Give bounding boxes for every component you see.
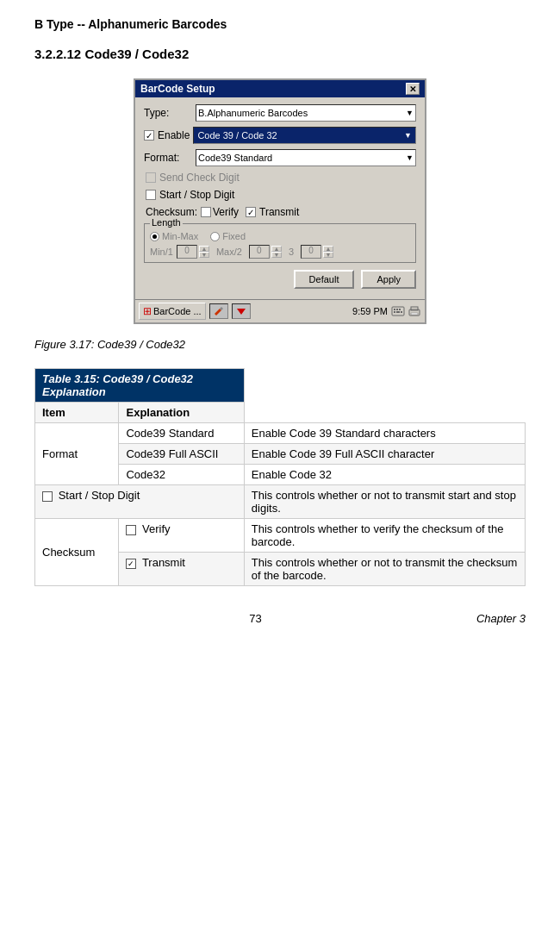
taskbar-keyboard-icon [391,305,405,317]
svg-rect-4 [399,309,401,310]
length-radio-row: Min-Max Fixed [150,231,410,241]
enable-dropdown-arrow: ▼ [404,131,412,140]
col1-header: Item [35,403,119,423]
taskbar-icons [391,305,421,317]
dialog-taskbar: ⊞ BarCode ... 9:59 PM [135,299,425,322]
send-check-digit-checkbox[interactable] [146,172,156,183]
transmit-checkbox[interactable]: ✓ [246,207,256,217]
verify-explanation-cell: This controls whether to verify the chec… [244,519,525,553]
start-stop-checkbox[interactable] [146,190,156,200]
format-sub3-cell: Code32 [119,465,244,485]
taskbar-time: 9:59 PM [352,306,388,316]
format-dropdown-arrow: ▼ [406,153,414,162]
type-dropdown-arrow: ▼ [406,109,414,117]
enable-label: Enable [158,129,190,141]
length-group: Length Min-Max Fixed Min/1 [144,223,416,263]
page-footer: 73 Chapter 3 [34,612,526,625]
table-title: Table 3.15: Code39 / Code32 Explanation [35,369,245,403]
type-row: Type: B.Alphanumeric Barcodes ▼ [144,104,416,122]
format-value: Code39 Standard [198,153,272,163]
start-stop-label: Start / Stop Digit [159,189,234,201]
default-button[interactable]: Default [294,270,355,289]
send-check-digit-label: Send Check Digit [159,172,240,184]
enable-value: Code 39 / Code 32 [197,130,277,141]
windows-icon: ⊞ [143,305,152,317]
taskbar-start-label: BarCode ... [153,306,202,316]
table-header-row: Table 3.15: Code39 / Code32 Explanation [35,369,526,403]
taskbar-start-button[interactable]: ⊞ BarCode ... [139,303,206,320]
format-sub1-cell: Code39 Standard [119,423,244,444]
type-select[interactable]: B.Alphanumeric Barcodes ▼ [196,104,416,122]
type-value: B.Alphanumeric Barcodes [198,108,308,118]
min-spinner-arrows: ▲ ▼ [199,246,209,258]
fixed-radio-item[interactable]: Fixed [210,231,246,241]
section-title: 3.2.2.12 Code39 / Code32 [34,47,526,61]
transmit-checkmark: ✓ [247,208,254,217]
taskbar-arrow-icon [232,303,251,319]
min-down-arrow[interactable]: ▼ [199,252,209,258]
field3-spinner[interactable]: 0 ▲ ▼ [301,245,333,259]
table-subheader-row: Item Explanation [35,403,526,423]
format-sub1: Code39 Standard [126,427,214,440]
explanation-table: Table 3.15: Code39 / Code32 Explanation … [34,368,526,586]
dialog-buttons: Default Apply [144,270,416,289]
min-up-arrow[interactable]: ▲ [199,246,209,252]
taskbar-pen-icon [209,303,228,319]
format-sub2-cell: Code39 Full ASCII [119,444,244,465]
field3-separator: 3 [289,247,294,257]
svg-rect-2 [394,309,395,310]
minmax-radio[interactable] [150,232,159,241]
page-header: B Type -- Alphanumeric Barcodes [34,17,526,31]
max-label: Max/2 [216,247,242,257]
field3-up-arrow[interactable]: ▲ [323,246,333,252]
max-spinner[interactable]: 0 ▲ ▼ [249,245,282,259]
format-row: Format: Code39 Standard ▼ [144,149,416,166]
enable-checkbox[interactable]: ✓ [144,130,154,141]
svg-rect-3 [396,309,398,310]
fixed-radio[interactable] [210,232,220,241]
max-up-arrow[interactable]: ▲ [271,246,282,252]
length-legend: Length [150,217,183,228]
table-row: Start / Stop Digit This controls whether… [35,485,526,519]
taskbar-printer-icon [408,305,421,317]
format-label: Format: [144,152,196,164]
minmax-radio-item[interactable]: Min-Max [150,231,198,241]
field3-down-arrow[interactable]: ▼ [323,252,333,258]
start-stop-table-checkbox [42,491,53,502]
verify-table-label: Verify [142,522,171,535]
transmit-explanation-cell: This controls whether or not to transmit… [244,553,525,586]
barcode-setup-dialog: BarCode Setup ✕ Type: B.Alphanumeric Bar… [134,78,426,324]
format-explanation3-cell: Enable Code 32 [244,465,525,485]
format-select[interactable]: Code39 Standard ▼ [196,149,416,166]
max-input[interactable]: 0 [249,245,270,259]
minmax-label: Min-Max [162,231,198,241]
field3-spinner-arrows: ▲ ▼ [323,246,333,258]
figure-caption: Figure 3.17: Code39 / Code32 [34,338,526,351]
max-down-arrow[interactable]: ▼ [271,252,282,258]
min-input[interactable]: 0 [177,245,197,259]
svg-rect-6 [396,311,400,313]
svg-marker-0 [237,309,246,315]
transmit-label: Transmit [259,206,299,218]
verify-checkbox[interactable] [201,207,211,217]
start-stop-row: Start / Stop Digit [146,189,416,201]
close-button[interactable]: ✕ [406,83,420,95]
apply-button[interactable]: Apply [361,270,416,289]
dialog-title: BarCode Setup [140,83,215,95]
min-label: Min/1 [150,247,173,257]
type-label: Type: [144,107,196,119]
svg-rect-5 [394,311,395,313]
enable-row: ✓ Enable Code 39 / Code 32 ▼ [144,127,416,144]
verify-label: Verify [213,206,239,218]
transmit-cell: ✓ Transmit [119,553,244,586]
checksum-item-cell: Checksum [35,519,119,586]
enable-select[interactable]: Code 39 / Code 32 ▼ [193,127,416,144]
page-number: 73 [34,612,476,625]
svg-rect-7 [401,311,402,313]
field3-input[interactable]: 0 [301,245,321,259]
dialog-container: BarCode Setup ✕ Type: B.Alphanumeric Bar… [34,78,526,324]
verify-table-checkbox [126,525,136,535]
table-row: Format Code39 Standard Enable Code 39 St… [35,423,526,444]
checksum-label: Checksum: [146,206,197,218]
min-spinner[interactable]: 0 ▲ ▼ [177,245,209,259]
